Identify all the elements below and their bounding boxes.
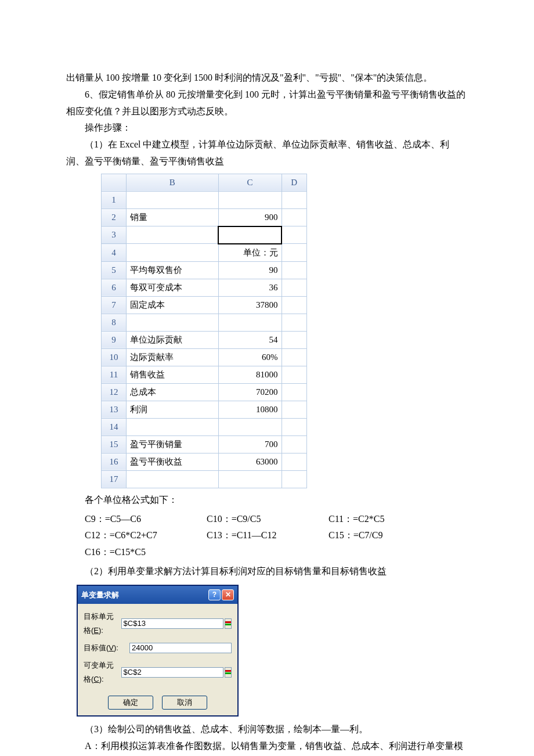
cell: 63000 [218,453,282,470]
collapse-dialog-button[interactable] [225,667,232,678]
row-header: 14 [102,418,127,435]
cell: 36 [218,279,282,296]
table-row: 5平均每双售价90 [102,261,307,279]
paragraph: 6、假定销售单价从 80 元按增量变化到 100 元时，计算出盈亏平衡销量和盈亏… [66,87,468,120]
paragraph: （2）利用单变量求解方法计算目标利润对应的目标销售量和目标销售收益 [66,563,468,580]
paragraph: A：利用模拟运算表准备作图数据。以销售量为变量，销售收益、总成本、利润进行单变量… [66,738,468,756]
table-row: 17 [102,470,307,488]
cell [282,435,307,453]
cell [282,418,307,435]
cancel-button[interactable]: 取消 [162,696,207,710]
table-row: 2销量900 [102,208,307,226]
cell [282,226,307,244]
dialog-title: 单变量求解 [81,588,207,602]
cell [282,366,307,383]
table-row: 3 [102,226,307,244]
collapse-dialog-button[interactable] [225,618,232,629]
target-cell-input[interactable] [121,618,223,629]
formula: C10：=C9/C5 [188,511,310,528]
corner-cell [102,174,127,191]
cell: 销量 [127,208,219,226]
cell: 盈亏平衡销量 [127,435,219,453]
cell [282,279,307,296]
cell [218,226,282,244]
cell: 利润 [127,401,219,418]
cell [282,401,307,418]
row-header: 2 [102,208,127,226]
target-value-label: 目标值(V): [84,641,129,654]
cell: 单位边际贡献 [127,331,219,348]
table-row: 11销售收益81000 [102,366,307,383]
paragraph: （3）绘制公司的销售收益、总成本、利润等数据，绘制本—量—利。 [66,721,468,738]
cell: 54 [218,331,282,348]
cell [282,208,307,226]
excel-table: B C D 12销量90034单位：元5平均每双售价906每双可变成本367固定… [101,174,307,488]
cell [282,261,307,279]
row-header: 13 [102,401,127,418]
cell [282,191,307,208]
row-header: 11 [102,366,127,383]
cell [282,470,307,488]
row-header: 4 [102,244,127,262]
cell [282,244,307,262]
dialog-titlebar: 单变量求解 ? ✕ [78,586,237,604]
row-header: 15 [102,435,127,453]
cell: 70200 [218,383,282,401]
cell: 边际贡献率 [127,348,219,366]
excel-screenshot: B C D 12销量90034单位：元5平均每双售价906每双可变成本367固定… [101,174,468,488]
paragraph: 各个单位格公式如下： [66,492,468,509]
cell: 总成本 [127,383,219,401]
cell: 销售收益 [127,366,219,383]
close-icon: ✕ [225,589,231,602]
cell [218,418,282,435]
row-header: 8 [102,314,127,331]
formula: C15：=C7/C9 [310,527,432,544]
cell [282,383,307,401]
table-row: 14 [102,418,307,435]
cell: 固定成本 [127,296,219,314]
formula: C16：=C15*C5 [66,544,188,561]
cell [127,244,219,262]
cell [282,314,307,331]
table-row: 13利润10800 [102,401,307,418]
cell: 60% [218,348,282,366]
row-header: 12 [102,383,127,401]
cell: 单位：元 [218,244,282,262]
range-picker-icon [225,670,231,674]
cell [282,296,307,314]
cell: 900 [218,208,282,226]
close-button[interactable]: ✕ [222,589,234,600]
cell [127,470,219,488]
formula: C13：=C11—C12 [188,527,310,544]
paragraph: 操作步骤： [66,120,468,136]
cell: 每双可变成本 [127,279,219,296]
table-row: 6每双可变成本36 [102,279,307,296]
cell [127,226,219,244]
cell [282,348,307,366]
row-header: 9 [102,331,127,348]
row-header: 10 [102,348,127,366]
cell: 盈亏平衡收益 [127,453,219,470]
table-row: 1 [102,191,307,208]
table-row: 10边际贡献率60% [102,348,307,366]
formula-list: C9：=C5—C6 C10：=C9/C5 C11：=C2*C5 C12：=C6*… [66,511,468,561]
col-header-d: D [282,174,307,191]
paragraph: （1）在 Excel 中建立模型，计算单位边际贡献、单位边际贡献率、销售收益、总… [66,136,468,170]
table-row: 7固定成本37800 [102,296,307,314]
cell: 81000 [218,366,282,383]
help-button[interactable]: ? [208,589,221,600]
cell [218,470,282,488]
cell [282,453,307,470]
ok-button[interactable]: 确定 [108,696,153,710]
col-header-c: C [218,174,282,191]
cell [218,314,282,331]
col-header-b: B [127,174,219,191]
table-row: 8 [102,314,307,331]
goal-seek-dialog-screenshot: 单变量求解 ? ✕ 目标单元格(E): 目标值(V): [77,585,468,717]
row-header: 6 [102,279,127,296]
formula: C11：=C2*C5 [310,511,432,528]
changing-cell-input[interactable] [121,667,223,678]
cell: 平均每双售价 [127,261,219,279]
target-value-input[interactable] [129,643,232,653]
cell: 37800 [218,296,282,314]
